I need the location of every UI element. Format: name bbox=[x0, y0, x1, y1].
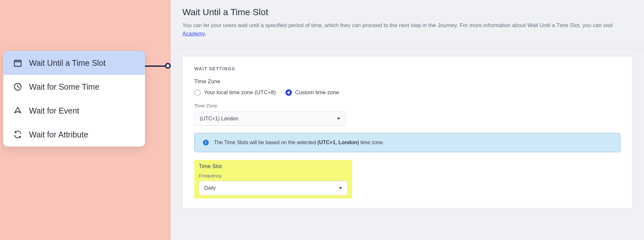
menu-item-label: Wait Until a Time Slot bbox=[29, 58, 106, 68]
timezone-select[interactable]: (UTC+1) London bbox=[194, 112, 346, 126]
connector-dot bbox=[165, 63, 171, 69]
timezone-field-label: Time Zone bbox=[194, 78, 620, 85]
time-slot-highlight: Time Slot Frequency Daily bbox=[194, 160, 352, 198]
page-title: Wait Until a Time Slot bbox=[182, 7, 632, 17]
left-panel: Wait Until a Time Slot Wait for Some Tim… bbox=[0, 0, 171, 240]
frequency-select[interactable]: Daily bbox=[199, 181, 348, 195]
timezone-radio-group: Your local time zone (UTC+8) Custom time… bbox=[194, 89, 620, 96]
menu-item-wait-time-slot[interactable]: Wait Until a Time Slot bbox=[3, 51, 145, 75]
menu-item-wait-some-time[interactable]: Wait for Some Time bbox=[3, 75, 145, 99]
wait-settings-card: WAIT SETTINGS Time Zone Your local time … bbox=[182, 56, 632, 208]
desc-suffix: . bbox=[205, 31, 207, 37]
desc-text: You can let your users wait until a spec… bbox=[182, 22, 613, 28]
calendar-icon bbox=[13, 58, 23, 68]
radio-label: Your local time zone (UTC+8) bbox=[204, 89, 276, 96]
menu-item-label: Wait for Event bbox=[29, 106, 79, 115]
timezone-info-banner: i The Time Slots will be based on the se… bbox=[194, 133, 620, 152]
academy-link[interactable]: Academy bbox=[182, 31, 205, 37]
info-icon: i bbox=[203, 140, 209, 145]
radio-circle-selected bbox=[285, 89, 292, 96]
pointer-icon bbox=[13, 106, 23, 115]
section-label: WAIT SETTINGS bbox=[194, 66, 620, 71]
radio-label: Custom time zone bbox=[295, 89, 339, 96]
timezone-sub-label: Time Zone bbox=[194, 103, 620, 108]
svg-rect-0 bbox=[14, 60, 21, 66]
chevron-down-icon bbox=[337, 118, 340, 120]
menu-item-wait-event[interactable]: Wait for Event bbox=[3, 99, 145, 123]
header-section: Wait Until a Time Slot You can let your … bbox=[171, 0, 644, 48]
radio-circle-unselected bbox=[194, 89, 201, 96]
right-panel: Wait Until a Time Slot You can let your … bbox=[171, 0, 644, 240]
timezone-select-value: (UTC+1) London bbox=[200, 116, 238, 122]
chevron-down-icon bbox=[339, 187, 342, 189]
radio-custom-timezone[interactable]: Custom time zone bbox=[285, 89, 339, 96]
menu-item-label: Wait for Attribute bbox=[29, 130, 88, 139]
svg-line-6 bbox=[18, 87, 19, 87]
page-description: You can let your users wait until a spec… bbox=[182, 21, 632, 38]
menu-item-label: Wait for Some Time bbox=[29, 82, 100, 92]
info-text: The Time Slots will be based on the sele… bbox=[214, 140, 384, 145]
radio-local-timezone[interactable]: Your local time zone (UTC+8) bbox=[194, 89, 276, 96]
frequency-label: Frequency bbox=[199, 173, 348, 178]
frequency-select-value: Daily bbox=[204, 185, 216, 191]
refresh-icon bbox=[13, 130, 23, 139]
menu-item-wait-attribute[interactable]: Wait for Attribute bbox=[3, 123, 145, 146]
wait-menu-card: Wait Until a Time Slot Wait for Some Tim… bbox=[3, 51, 145, 146]
clock-icon bbox=[13, 82, 23, 92]
timeslot-label: Time Slot bbox=[199, 163, 348, 170]
